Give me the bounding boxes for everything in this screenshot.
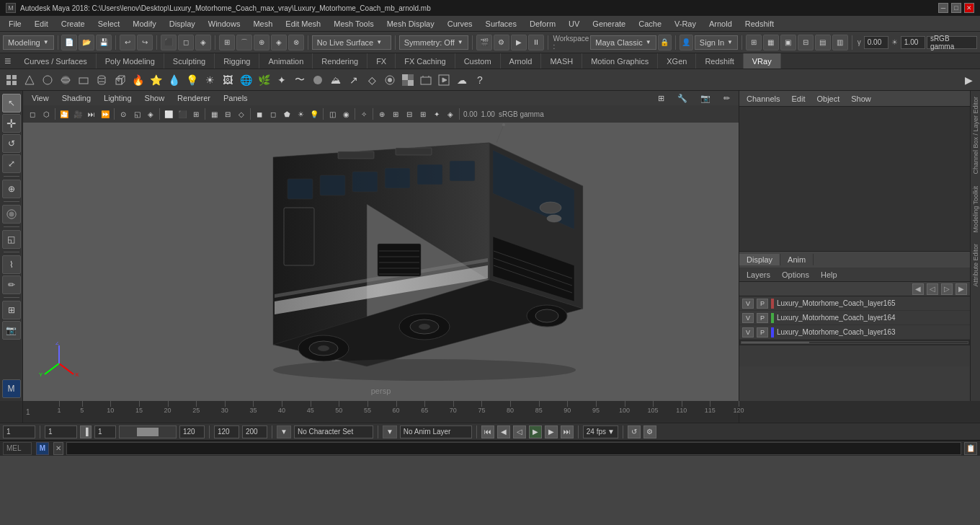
layer-playback-btn[interactable]: P <box>757 313 768 323</box>
paint-select-button[interactable]: ◈ <box>195 35 211 50</box>
layer-name[interactable]: Luxury_Motorhome_Coach_layer164 <box>777 314 967 322</box>
snap-curve-button[interactable]: ⌒ <box>236 35 252 50</box>
icon-render-settings[interactable] <box>417 71 435 89</box>
anim-layer-bar[interactable] <box>119 425 177 438</box>
icon-star[interactable]: ⭐ <box>147 71 164 89</box>
step-back-button[interactable]: ◀ <box>497 425 510 438</box>
menu-edit[interactable]: Edit <box>29 18 54 30</box>
soft-select-button[interactable] <box>2 205 21 224</box>
go-to-start-button[interactable]: ⏮ <box>481 425 494 438</box>
vtab-attribute-editor[interactable]: Attribute Editor <box>971 238 981 293</box>
vp-icon1[interactable]: ⊞ <box>652 92 670 105</box>
pause-render-button[interactable]: ⏸ <box>528 35 544 50</box>
vp-tb-xform2[interactable]: ⊞ <box>389 107 402 120</box>
layout-btn6[interactable]: ▥ <box>832 35 848 50</box>
render-settings-button[interactable]: ⚙ <box>494 35 509 50</box>
layer-name[interactable]: Luxury_Motorhome_Coach_layer165 <box>777 299 967 307</box>
vp-tb-heads-up[interactable]: ⊟ <box>221 107 234 120</box>
vp-tb-resolution[interactable]: ⬛ <box>176 107 189 120</box>
vp-show-menu[interactable]: Show <box>139 92 171 104</box>
select-mode-button[interactable]: ⬛ <box>161 35 177 50</box>
range-start-field[interactable]: 120 <box>214 425 239 438</box>
camera-button[interactable]: 📷 <box>2 321 21 340</box>
viewport-canvas[interactable]: persp X Y Z <box>23 123 739 401</box>
icon-cloud[interactable]: ☁ <box>453 71 471 89</box>
symmetry-dropdown[interactable]: Symmetry: Off ▼ <box>399 35 468 50</box>
render-button[interactable]: 🎬 <box>476 35 492 50</box>
save-file-button[interactable]: 💾 <box>96 35 112 50</box>
icon-grass[interactable]: 🌿 <box>255 71 272 89</box>
no-anim-layer[interactable]: No Anim Layer <box>400 425 472 438</box>
layout-btn1[interactable]: ⊞ <box>746 35 762 50</box>
go-to-end-button[interactable]: ⏭ <box>561 425 574 438</box>
vp-tb-xform4[interactable]: ⊞ <box>416 107 429 120</box>
icon-help[interactable]: ? <box>471 71 489 89</box>
vp-tb-isolate[interactable]: ⊙ <box>117 107 130 120</box>
vp-lighting-menu[interactable]: Lighting <box>98 92 138 104</box>
vp-tb-wireframe[interactable]: ◱ <box>130 107 143 120</box>
play-back-button[interactable]: ◁ <box>513 425 526 438</box>
vp-tb-xform5[interactable]: ✦ <box>430 107 443 120</box>
paint-sel-button[interactable]: ✏ <box>2 275 21 294</box>
layer-tab-display[interactable]: Display <box>739 254 780 265</box>
icon-water[interactable]: 💧 <box>165 71 182 89</box>
icon-texture[interactable]: 🖼 <box>219 71 236 89</box>
ch-object[interactable]: Object <box>814 93 842 105</box>
layer-sub-layers[interactable]: Layers <box>742 270 775 280</box>
current-frame-field[interactable]: 1 <box>3 425 35 438</box>
menu-surfaces[interactable]: Surfaces <box>480 18 522 30</box>
vp-tb-ambient[interactable]: ☀ <box>294 107 307 120</box>
layer-visibility-btn[interactable]: V <box>742 327 754 338</box>
rotate-tool-button[interactable]: ↺ <box>2 134 21 153</box>
redo-button[interactable]: ↪ <box>137 35 153 50</box>
vp-view-menu[interactable]: View <box>26 92 55 104</box>
menu-edit-mesh[interactable]: Edit Mesh <box>280 18 326 30</box>
snap-point-button[interactable]: ⊕ <box>254 35 270 50</box>
menu-vray[interactable]: V-Ray <box>669 18 702 30</box>
vp-icon2[interactable]: 🔧 <box>672 92 693 105</box>
tab-sculpting[interactable]: Sculpting <box>164 53 215 69</box>
icon-particle[interactable]: ✦ <box>273 71 290 89</box>
anim-layer-value[interactable]: 120 <box>179 425 205 438</box>
icon-diamond[interactable]: ◇ <box>363 71 380 89</box>
vp-tb-camera[interactable]: 🎦 <box>58 107 71 120</box>
vp-shading-menu[interactable]: Shading <box>56 92 97 104</box>
layer-sub-help[interactable]: Help <box>816 270 842 280</box>
play-button[interactable]: ▶ <box>529 425 542 438</box>
vp-tb-safe[interactable]: ⊞ <box>190 107 202 120</box>
tab-rigging[interactable]: Rigging <box>215 53 259 69</box>
menu-redshift[interactable]: Redshift <box>739 18 780 30</box>
icon-grid[interactable] <box>3 71 20 89</box>
tab-fx[interactable]: FX <box>368 53 396 69</box>
settings-button[interactable]: ⚙ <box>643 425 656 438</box>
snap-button[interactable]: ⊞ <box>2 301 21 319</box>
new-file-button[interactable]: 📄 <box>61 35 77 50</box>
icon-light-bulb[interactable]: 💡 <box>183 71 200 89</box>
snap-live-button[interactable]: ⊗ <box>288 35 304 50</box>
vp-tb-cam3[interactable]: ⏭ <box>85 107 98 120</box>
fps-dropdown[interactable]: 24 fps ▼ <box>583 425 618 438</box>
icon-plane[interactable] <box>75 71 92 89</box>
tab-arnold[interactable]: Arnold <box>501 53 542 69</box>
layer-visibility-btn[interactable]: V <box>742 299 754 309</box>
icon-cube[interactable] <box>111 71 128 89</box>
layout-btn4[interactable]: ⊟ <box>798 35 814 50</box>
vp-tb-dof[interactable]: ◉ <box>339 107 352 120</box>
vp-tb-multi-light[interactable]: 💡 <box>308 107 321 120</box>
no-character-set[interactable]: No Character Set <box>294 425 373 438</box>
vp-tb-grid[interactable]: ▦ <box>208 107 220 120</box>
layer-scroll-left2[interactable]: ◁ <box>927 283 938 295</box>
layout-btn2[interactable]: ▦ <box>763 35 779 50</box>
vp-tb-gate[interactable]: ⬜ <box>162 107 175 120</box>
vp-tb-smooth[interactable]: ⬟ <box>280 107 293 120</box>
menu-generate[interactable]: Generate <box>587 18 631 30</box>
icon-curve-tool[interactable]: 〜 <box>291 71 308 89</box>
anim-layer-field[interactable]: 1 <box>94 425 116 438</box>
tab-curves-surfaces[interactable]: Curves / Surfaces <box>15 53 96 69</box>
vp-tb-select[interactable]: ◻ <box>26 107 39 120</box>
icon-expand[interactable]: ▶ <box>960 71 977 89</box>
menu-cache[interactable]: Cache <box>633 18 667 30</box>
icon-material[interactable] <box>381 71 398 89</box>
tab-poly-modeling[interactable]: Poly Modeling <box>97 53 164 69</box>
vp-tb-smooth-wire[interactable]: ◈ <box>144 107 157 120</box>
